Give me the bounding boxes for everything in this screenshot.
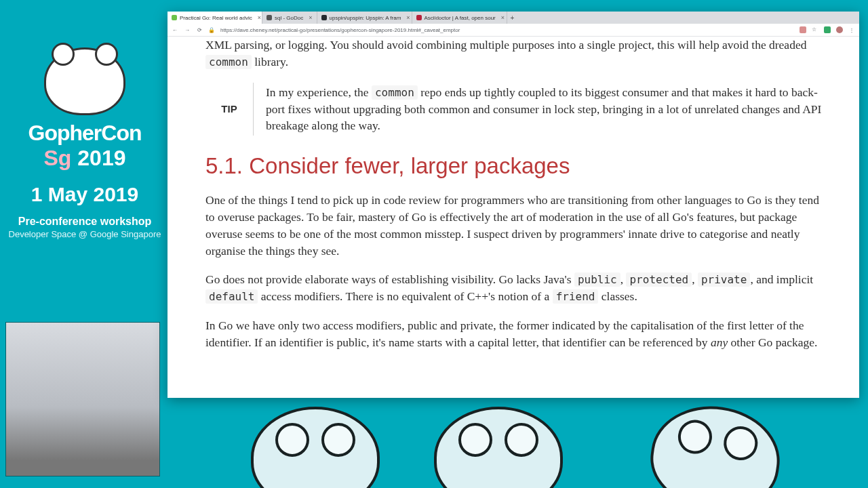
back-icon[interactable]: ←: [172, 27, 178, 33]
favicon-icon: [416, 15, 422, 20]
tab-upspin[interactable]: upspin/upspin: Upspin: A fram ×: [317, 12, 412, 24]
tab-label: Practical Go: Real world advic: [180, 15, 252, 21]
brand-subtitle: Pre-conference workshop: [7, 216, 163, 228]
brand-date: 1 May 2019: [7, 183, 163, 206]
code-protected: protected: [626, 272, 692, 287]
paragraph-intro: XML parsing, or logging. You should avoi…: [205, 37, 828, 70]
gopher-logo-icon: [44, 47, 125, 115]
new-tab-button[interactable]: +: [507, 12, 518, 24]
toolbar-right: ☆ ⋮: [800, 26, 855, 33]
event-branding: GopherCon Sg 2019 1 May 2019 Pre-confere…: [7, 47, 163, 239]
browser-window: Practical Go: Real world advic × sql - G…: [167, 12, 859, 398]
code-private: private: [698, 272, 750, 287]
close-icon[interactable]: ×: [309, 14, 312, 21]
code-common: common: [372, 85, 418, 100]
favicon-icon: [321, 15, 327, 20]
paragraph-visibility: Go does not provide elaborate ways of es…: [205, 271, 828, 305]
code-friend: friend: [553, 289, 599, 304]
extension-icon[interactable]: [824, 26, 831, 33]
section-heading: 5.1. Consider fewer, larger packages: [205, 150, 828, 182]
brand-title-line1: GopherCon: [7, 121, 163, 146]
tab-label: sql - GoDoc: [275, 15, 303, 21]
forward-icon[interactable]: →: [184, 27, 191, 33]
tab-strip: Practical Go: Real world advic × sql - G…: [167, 12, 859, 24]
menu-icon[interactable]: ⋮: [848, 27, 855, 33]
close-icon[interactable]: ×: [258, 14, 261, 21]
translate-icon[interactable]: [800, 26, 806, 33]
tab-godoc[interactable]: sql - GoDoc ×: [262, 12, 317, 24]
paragraph-overuse: One of the things I tend to pick up in c…: [205, 192, 828, 259]
url-text[interactable]: https://dave.cheney.net/practical-go/pre…: [220, 27, 794, 33]
lock-icon: 🔒: [208, 27, 215, 33]
tab-label: Asciidoctor | A fast, open sour: [425, 15, 496, 21]
brand-venue: Developer Space @ Google Singapore: [7, 229, 163, 239]
document-content[interactable]: XML parsing, or logging. You should avoi…: [167, 37, 859, 398]
bg-gopher-icon: [434, 407, 563, 488]
code-common: common: [205, 55, 252, 69]
star-icon[interactable]: ☆: [812, 26, 818, 33]
favicon-icon: [172, 15, 177, 20]
brand-year: 2019: [77, 146, 125, 170]
tip-body: In my experience, the common repo ends u…: [253, 83, 828, 136]
address-bar: ← → ⟳ 🔒 https://dave.cheney.net/practica…: [167, 24, 859, 37]
paragraph-access-modifiers: In Go we have only two access modifiers,…: [205, 317, 828, 351]
reload-icon[interactable]: ⟳: [196, 27, 203, 33]
bg-gopher-icon: [644, 399, 786, 488]
em-any: any: [711, 336, 728, 349]
close-icon[interactable]: ×: [501, 14, 505, 21]
code-default: default: [205, 289, 258, 304]
profile-icon[interactable]: [836, 26, 843, 33]
code-public: public: [574, 272, 620, 287]
speaker-thumbnail: [5, 322, 160, 476]
close-icon[interactable]: ×: [406, 14, 410, 21]
bg-gopher-icon: [251, 407, 380, 488]
tab-practical-go[interactable]: Practical Go: Real world advic ×: [167, 12, 262, 24]
tab-asciidoctor[interactable]: Asciidoctor | A fast, open sour ×: [412, 12, 507, 24]
brand-title-line2: Sg 2019: [7, 146, 163, 171]
brand-sg: Sg: [44, 146, 72, 170]
tip-block: TIP In my experience, the common repo en…: [205, 83, 828, 136]
tab-label: upspin/upspin: Upspin: A fram: [330, 15, 401, 21]
tip-label: TIP: [205, 83, 253, 136]
favicon-icon: [267, 15, 272, 20]
